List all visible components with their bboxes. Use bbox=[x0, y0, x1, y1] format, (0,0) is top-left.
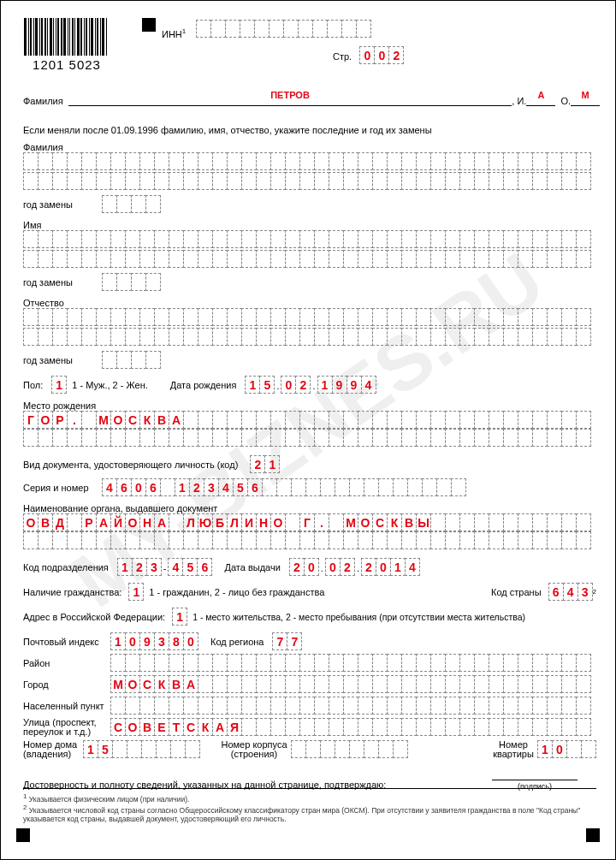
sex-label: Пол: bbox=[23, 380, 43, 390]
flat-value[interactable]: 10 bbox=[537, 740, 596, 758]
flat-label: Номерквартиры bbox=[489, 740, 537, 759]
marker-bottom-left bbox=[16, 828, 30, 842]
city-value[interactable]: МОСКВА bbox=[110, 675, 591, 693]
house-label: Номер дома(владения) bbox=[23, 740, 83, 759]
year-change-2-label: год замены bbox=[23, 277, 102, 288]
surname-label: Фамилия bbox=[23, 96, 63, 106]
intro-text: Если меняли после 01.09.1996 фамилию, им… bbox=[23, 125, 596, 135]
address-type-label: Адрес в Российской Федерации: bbox=[23, 612, 165, 622]
citizenship-hint: 1 - гражданин, 2 - лицо без гражданства bbox=[144, 587, 329, 597]
address-type-hint: 1 - место жительства, 2 - место пребыван… bbox=[187, 612, 530, 622]
inn-field[interactable] bbox=[196, 20, 371, 38]
pob-label: Место рождения bbox=[23, 400, 596, 411]
dept-code-value[interactable]: 123-456 bbox=[117, 558, 213, 576]
issuer-row1[interactable]: ОВД РАЙОНА ЛЮБЛИНО Г. МОСКВЫ bbox=[23, 513, 591, 531]
prev-name-row2[interactable] bbox=[23, 250, 591, 268]
address-type-value[interactable]: 1 bbox=[172, 608, 187, 626]
initial-i-label: , И. bbox=[512, 96, 526, 106]
initial-i[interactable]: А bbox=[526, 90, 555, 106]
marker-top bbox=[142, 18, 156, 32]
issue-date-value[interactable]: 20.02.2014 bbox=[289, 558, 420, 576]
series-value[interactable]: 4606 123456 bbox=[102, 478, 466, 496]
prev-surname-label: Фамилия bbox=[23, 142, 596, 152]
house-value[interactable]: 15 bbox=[83, 740, 200, 758]
korpus-value[interactable] bbox=[291, 740, 408, 758]
prev-patronymic-row2[interactable] bbox=[23, 328, 591, 346]
citizenship-value[interactable]: 1 bbox=[128, 583, 144, 601]
form-page: MY-BIZNES.RU 1201 5023 ИНН1 Стр. 002 Ф bbox=[0, 0, 616, 860]
city-label: Город bbox=[23, 679, 110, 690]
doc-type-value[interactable]: 21 bbox=[250, 455, 280, 473]
prev-patronymic-label: Отчество bbox=[23, 298, 596, 308]
district-value[interactable] bbox=[110, 654, 591, 672]
year-change-3[interactable] bbox=[102, 351, 161, 369]
series-label: Серия и номер bbox=[23, 483, 102, 493]
footnotes: 1 Указывается физическим лицом (при нали… bbox=[23, 788, 596, 823]
dept-code-label: Код подразделения bbox=[23, 562, 109, 572]
prev-surname-row2[interactable] bbox=[23, 172, 591, 190]
dob-value[interactable]: 15.02.1994 bbox=[245, 376, 376, 394]
prev-name-row1[interactable] bbox=[23, 230, 591, 248]
page-number: 002 bbox=[359, 46, 404, 64]
sex-hint: 1 - Муж., 2 - Жен. bbox=[67, 380, 153, 390]
prev-surname-row1[interactable] bbox=[23, 152, 591, 170]
country-code-value[interactable]: 643 bbox=[548, 583, 593, 601]
postal-value[interactable]: 109380 bbox=[110, 632, 198, 650]
year-change-3-label: год замены bbox=[23, 355, 102, 365]
year-change-2[interactable] bbox=[102, 273, 161, 291]
issuer-row2[interactable] bbox=[23, 531, 591, 549]
doc-type-label: Вид документа, удостоверяющего личность … bbox=[23, 460, 238, 470]
year-change-1[interactable] bbox=[102, 195, 161, 213]
region-label: Код региона bbox=[210, 637, 264, 647]
barcode-number: 1201 5023 bbox=[24, 57, 110, 72]
prev-name-label: Имя bbox=[23, 220, 596, 230]
postal-label: Почтовый индекс bbox=[23, 637, 110, 647]
issuer-label: Наименование органа, выдавшего документ bbox=[23, 503, 596, 513]
district-label: Район bbox=[23, 658, 110, 668]
page-label: Стр. bbox=[333, 51, 352, 62]
settlement-label: Населенный пункт bbox=[23, 701, 110, 711]
dob-label: Дата рождения bbox=[170, 380, 237, 390]
pob-row1[interactable]: ГОР. МОСКВА bbox=[23, 411, 591, 429]
surname-value[interactable]: ПЕТРОВ bbox=[68, 90, 512, 106]
prev-patronymic-row1[interactable] bbox=[23, 308, 591, 326]
street-label: Улица (проспект,переулок и т.д.) bbox=[23, 718, 110, 737]
sex-value[interactable]: 1 bbox=[51, 376, 67, 394]
pob-row2[interactable] bbox=[23, 429, 591, 447]
country-code-label: Код страны bbox=[491, 587, 542, 597]
marker-bottom-right bbox=[586, 828, 600, 842]
citizenship-label: Наличие гражданства: bbox=[23, 587, 121, 597]
initial-o[interactable]: М bbox=[571, 90, 600, 106]
korpus-label: Номер корпуса(строения) bbox=[217, 740, 291, 759]
issue-date-label: Дата выдачи bbox=[224, 562, 280, 572]
inn-label: ИНН1 bbox=[162, 29, 186, 39]
region-value[interactable]: 77 bbox=[272, 632, 302, 650]
street-value[interactable]: СОВЕТСКАЯ bbox=[110, 718, 591, 736]
settlement-value[interactable] bbox=[110, 697, 591, 715]
barcode: 1201 5023 bbox=[24, 18, 110, 72]
year-change-1-label: год замены bbox=[23, 199, 102, 210]
initial-o-label: О. bbox=[560, 96, 571, 106]
